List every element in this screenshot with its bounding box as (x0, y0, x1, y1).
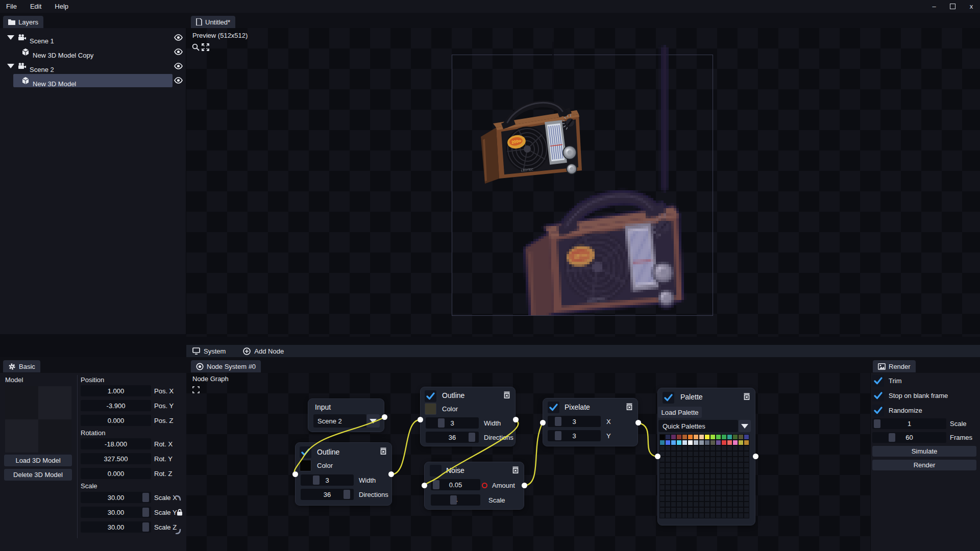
slider-handle[interactable] (889, 433, 895, 442)
noise-amount-field[interactable]: 0.05 (431, 479, 480, 490)
palette-empty-cell[interactable] (744, 479, 749, 485)
palette-empty-cell[interactable] (721, 490, 727, 496)
palette-empty-cell[interactable] (716, 496, 721, 502)
palette-swatch[interactable] (659, 434, 665, 440)
palette-empty-cell[interactable] (693, 513, 699, 518)
palette-empty-cell[interactable] (727, 513, 732, 518)
menu-edit[interactable]: Edit (30, 3, 41, 10)
palette-empty-cell[interactable] (693, 445, 699, 451)
palette-swatch[interactable] (676, 434, 682, 440)
randomize-checkbox[interactable] (872, 405, 884, 416)
palette-swatch[interactable] (721, 434, 727, 440)
slider-handle[interactable] (142, 522, 149, 532)
palette-empty-cell[interactable] (676, 502, 682, 507)
rot-z-field[interactable]: 0.000 (81, 468, 151, 479)
palette-swatch[interactable] (738, 434, 744, 440)
palette-empty-cell[interactable] (665, 462, 671, 468)
palette-swatch[interactable] (727, 440, 732, 445)
keyframe-indicator[interactable]: Amount (482, 482, 515, 489)
palette-empty-cell[interactable] (704, 473, 710, 479)
palette-empty-cell[interactable] (682, 451, 688, 457)
dropdown-arrow-icon[interactable] (366, 414, 380, 428)
palette-empty-cell[interactable] (676, 496, 682, 502)
palette-empty-cell[interactable] (688, 496, 693, 502)
palette-empty-cell[interactable] (699, 502, 704, 507)
node-enabled-checkbox[interactable] (548, 402, 559, 413)
delete-node-icon[interactable] (743, 392, 751, 400)
slider-handle[interactable] (433, 480, 439, 489)
palette-empty-cell[interactable] (732, 451, 738, 457)
palette-empty-cell[interactable] (704, 445, 710, 451)
palette-empty-cell[interactable] (682, 462, 688, 468)
palette-empty-cell[interactable] (699, 468, 704, 473)
palette-empty-cell[interactable] (671, 507, 676, 513)
palette-empty-cell[interactable] (710, 473, 716, 479)
palette-swatch[interactable] (659, 440, 665, 445)
palette-empty-cell[interactable] (659, 468, 665, 473)
render-button[interactable]: Render (872, 460, 976, 470)
node-input-port[interactable] (540, 420, 546, 425)
menu-help[interactable]: Help (55, 3, 68, 10)
node-graph-area[interactable]: Node Graph (186, 373, 870, 551)
palette-empty-cell[interactable] (721, 496, 727, 502)
palette-empty-cell[interactable] (665, 473, 671, 479)
palette-empty-cell[interactable] (744, 462, 749, 468)
palette-empty-cell[interactable] (721, 502, 727, 507)
palette-empty-cell[interactable] (682, 507, 688, 513)
palette-empty-cell[interactable] (704, 490, 710, 496)
palette-empty-cell[interactable] (744, 457, 749, 462)
node-output-port[interactable] (522, 483, 527, 488)
slider-handle[interactable] (450, 495, 457, 505)
palette-empty-cell[interactable] (676, 479, 682, 485)
palette-swatch[interactable] (665, 440, 671, 445)
node-enabled-checkbox[interactable] (425, 390, 436, 402)
palette-empty-cell[interactable] (688, 513, 693, 518)
palette-empty-cell[interactable] (676, 513, 682, 518)
tab-basic[interactable]: Basic (3, 360, 40, 372)
palette-empty-cell[interactable] (704, 479, 710, 485)
palette-empty-cell[interactable] (721, 513, 727, 518)
palette-empty-cell[interactable] (682, 490, 688, 496)
node-input-port[interactable] (292, 471, 298, 477)
palette-empty-cell[interactable] (710, 457, 716, 462)
palette-swatch[interactable] (704, 434, 710, 440)
palette-empty-cell[interactable] (665, 496, 671, 502)
palette-empty-cell[interactable] (676, 451, 682, 457)
palette-swatch[interactable] (738, 440, 744, 445)
palette-empty-cell[interactable] (721, 479, 727, 485)
palette-empty-cell[interactable] (688, 479, 693, 485)
close-button[interactable]: x (967, 3, 976, 10)
palette-swatch[interactable] (688, 440, 693, 445)
palette-empty-cell[interactable] (716, 502, 721, 507)
minimize-button[interactable]: – (929, 3, 939, 10)
palette-empty-cell[interactable] (744, 496, 749, 502)
palette-empty-cell[interactable] (710, 513, 716, 518)
palette-empty-cell[interactable] (671, 462, 676, 468)
palette-empty-cell[interactable] (659, 473, 665, 479)
palette-empty-cell[interactable] (704, 485, 710, 490)
palette-empty-cell[interactable] (710, 490, 716, 496)
palette-empty-cell[interactable] (738, 513, 744, 518)
palette-empty-cell[interactable] (682, 468, 688, 473)
palette-empty-cell[interactable] (744, 445, 749, 451)
node-input-port[interactable] (422, 483, 427, 488)
palette-empty-cell[interactable] (704, 462, 710, 468)
palette-empty-cell[interactable] (727, 496, 732, 502)
scale-x-field[interactable]: 30.00 (81, 492, 151, 503)
palette-empty-cell[interactable] (721, 507, 727, 513)
palette-empty-cell[interactable] (721, 473, 727, 479)
node-palette[interactable]: Palette Load Palette Quick Palettes (657, 388, 755, 525)
tab-layers[interactable]: Layers (3, 16, 43, 28)
palette-empty-cell[interactable] (704, 502, 710, 507)
palette-empty-cell[interactable] (727, 451, 732, 457)
palette-empty-cell[interactable] (682, 513, 688, 518)
palette-empty-cell[interactable] (682, 457, 688, 462)
palette-empty-cell[interactable] (688, 502, 693, 507)
scale-y-field[interactable]: 30.00 (81, 507, 151, 518)
palette-empty-cell[interactable] (738, 490, 744, 496)
palette-swatch[interactable] (716, 440, 721, 445)
palette-empty-cell[interactable] (671, 468, 676, 473)
palette-empty-cell[interactable] (665, 468, 671, 473)
palette-empty-cell[interactable] (659, 502, 665, 507)
palette-empty-cell[interactable] (732, 479, 738, 485)
